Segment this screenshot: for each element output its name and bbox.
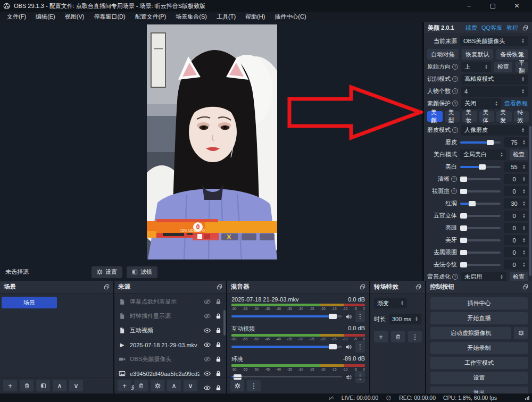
- channel-menu-button[interactable]: ⋮: [355, 311, 365, 322]
- lock-icon[interactable]: [215, 298, 222, 305]
- eye-off-icon[interactable]: [204, 298, 211, 305]
- white-mode-select[interactable]: 全局美白 ▲▼: [460, 149, 506, 160]
- beauty-tab-1[interactable]: 美型: [445, 111, 460, 122]
- slider-handle[interactable]: [479, 164, 486, 170]
- remove-scene-button[interactable]: [20, 380, 34, 391]
- virtual-camera-config-button[interactable]: [514, 327, 528, 339]
- recognition-select[interactable]: 高精度模式 ▲▼: [461, 74, 528, 85]
- source-list-item[interactable]: 时钟插件显示源: [114, 309, 226, 323]
- slider-track[interactable]: [460, 203, 501, 205]
- menu-item-5[interactable]: 场景集合(S): [171, 12, 212, 22]
- exit-button[interactable]: 退出: [430, 387, 528, 393]
- orientation-check-button[interactable]: 检查: [494, 62, 512, 72]
- slider-handle[interactable]: [469, 201, 476, 206]
- lock-icon[interactable]: [215, 341, 222, 348]
- transition-menu-button[interactable]: ⋮: [408, 331, 422, 342]
- smooth-mode-select[interactable]: 人像磨皮 ▲▼: [461, 125, 528, 136]
- beauty-tab-4[interactable]: 美发: [496, 111, 512, 122]
- view-tutorial-link[interactable]: 查看教程: [504, 99, 528, 107]
- move-scene-down-button[interactable]: ∨: [69, 380, 83, 391]
- menu-item-6[interactable]: 工具(T): [212, 12, 240, 22]
- menu-item-3[interactable]: 停靠窗口(D): [89, 12, 130, 22]
- slider-track[interactable]: [460, 166, 501, 168]
- help-icon[interactable]: ?: [451, 188, 457, 194]
- slider-value-spinbox[interactable]: 0▲▼: [504, 174, 528, 184]
- makeup-protect-select[interactable]: 关闭 ▲▼: [461, 98, 501, 109]
- studio-mode-button[interactable]: 工作室模式: [430, 357, 528, 369]
- popout-icon[interactable]: [104, 284, 110, 290]
- slider-value-spinbox[interactable]: 30▲▼: [504, 198, 528, 208]
- source-list-item[interactable]: ▶2025-07-18 21-29-03.mkv: [114, 338, 226, 352]
- slider-value-spinbox[interactable]: 0▲▼: [504, 186, 528, 196]
- beauty-tab-0[interactable]: 美颜: [427, 111, 443, 122]
- beauty-tab-5[interactable]: 特效: [514, 111, 529, 122]
- transition-type-select[interactable]: 渐变 ▲▼: [374, 298, 407, 308]
- move-scene-up-button[interactable]: ∧: [53, 380, 66, 391]
- slider-value-spinbox[interactable]: 75▲▼: [504, 137, 528, 147]
- slider-track[interactable]: [460, 178, 501, 180]
- source-filters-button[interactable]: 滤镜: [127, 266, 157, 278]
- lock-icon[interactable]: [215, 327, 222, 334]
- close-button[interactable]: ✕: [505, 0, 529, 12]
- lock-icon[interactable]: [215, 313, 222, 320]
- white-mode-check-button[interactable]: 检查: [510, 149, 528, 160]
- channel-menu-button[interactable]: ⋮: [355, 341, 365, 353]
- plugin-center-button[interactable]: 插件中心: [430, 297, 528, 309]
- scene-filters-button[interactable]: [36, 380, 50, 391]
- slider-value-spinbox[interactable]: 0▲▼: [504, 211, 528, 221]
- maximize-button[interactable]: ▢: [481, 0, 505, 12]
- remove-transition-button[interactable]: [391, 331, 405, 342]
- slider-handle[interactable]: [460, 225, 467, 231]
- slider-handle[interactable]: [460, 262, 467, 267]
- menu-item-0[interactable]: 文件(F): [2, 12, 31, 22]
- slider-handle[interactable]: [460, 189, 467, 194]
- slider-track[interactable]: [460, 141, 501, 144]
- settings-button[interactable]: 设置: [430, 372, 528, 384]
- beauty-tab-3[interactable]: 美体: [479, 111, 495, 122]
- help-icon[interactable]: ?: [452, 88, 458, 94]
- orientation-select[interactable]: 上 ▲▼: [461, 62, 491, 72]
- mixer-menu-button[interactable]: ⋮: [247, 380, 261, 391]
- slider-handle[interactable]: [487, 140, 494, 145]
- renew-link[interactable]: 续费: [466, 24, 477, 32]
- eye-off-icon[interactable]: [204, 356, 211, 363]
- flip-horizontal-button[interactable]: 水平翻转: [516, 62, 528, 72]
- beauty-tab-2[interactable]: 美妆: [462, 111, 477, 122]
- start-virtual-camera-button[interactable]: 启动虚拟摄像机: [430, 327, 511, 339]
- duration-spinner[interactable]: 300 ms ▲▼: [389, 314, 421, 324]
- slider-handle[interactable]: [460, 213, 467, 219]
- source-list-item[interactable]: 弹幕点歌列表显示: [114, 295, 226, 309]
- slider-value-spinbox[interactable]: 0▲▼: [504, 223, 528, 233]
- help-icon[interactable]: ?: [452, 127, 458, 133]
- slider-handle[interactable]: [460, 250, 467, 255]
- current-source-select[interactable]: OBS美颜摄像头 ▲▼: [460, 36, 528, 46]
- eye-icon[interactable]: [204, 341, 211, 348]
- scene-list-item[interactable]: 场景: [2, 297, 57, 308]
- add-transition-button[interactable]: +: [374, 331, 388, 342]
- slider-track[interactable]: [460, 215, 501, 217]
- slider-value-spinbox[interactable]: 0▲▼: [504, 247, 528, 257]
- menu-item-7[interactable]: 帮助(H): [240, 12, 270, 22]
- menu-item-2[interactable]: 视图(V): [60, 12, 89, 22]
- beauty-scrollbar[interactable]: [529, 126, 531, 276]
- eye-icon[interactable]: [204, 327, 211, 334]
- person-count-spinner[interactable]: 4 ▲▼: [461, 86, 528, 97]
- menu-item-4[interactable]: 配置文件(P): [130, 12, 171, 22]
- remove-source-button[interactable]: [134, 380, 148, 391]
- slider-track[interactable]: [460, 239, 501, 241]
- eye-icon[interactable]: [204, 370, 211, 377]
- help-icon[interactable]: ?: [452, 100, 458, 106]
- resize-grip-icon[interactable]: [525, 396, 529, 400]
- help-icon[interactable]: ?: [452, 76, 458, 82]
- autofocus-button[interactable]: 自动对焦: [427, 49, 459, 60]
- popout-icon[interactable]: [522, 284, 528, 290]
- slider-value-spinbox[interactable]: 0▲▼: [504, 259, 528, 270]
- source-properties-button[interactable]: [151, 380, 164, 391]
- popout-icon[interactable]: [217, 284, 222, 290]
- menu-item-8[interactable]: 插件中心(C): [270, 12, 311, 22]
- move-source-up-button[interactable]: ∧: [167, 380, 181, 391]
- popout-icon[interactable]: [522, 25, 528, 31]
- help-icon[interactable]: ?: [452, 274, 458, 280]
- bg-blur-check-button[interactable]: 检查: [510, 272, 528, 281]
- eye-off-icon[interactable]: [204, 313, 211, 320]
